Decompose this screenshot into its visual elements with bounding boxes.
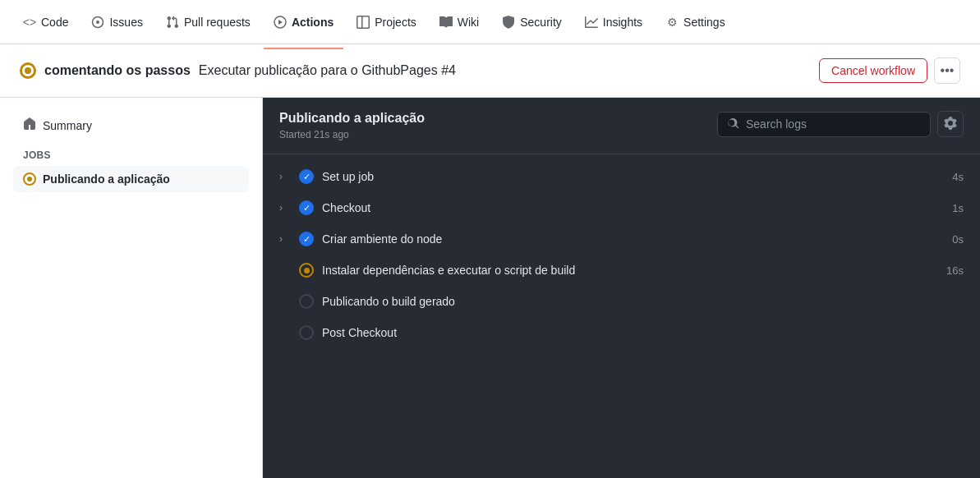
step-pending-icon [299, 294, 314, 309]
step-duration: 1s [952, 202, 964, 214]
svg-marker-3 [278, 20, 283, 25]
workflow-header: comentando os passos Executar publicação… [0, 44, 980, 98]
nav-pull-requests[interactable]: Pull requests [156, 9, 260, 35]
step-pending-icon [299, 325, 314, 340]
pull-request-icon [166, 16, 179, 29]
step-name: Criar ambiente do node [322, 232, 944, 246]
step-checkout[interactable]: › ✓ Checkout 1s [263, 192, 980, 223]
log-header: Publicando a aplicação Started 21s ago [263, 98, 980, 154]
header-actions: Cancel workflow ••• [819, 57, 960, 84]
gear-icon [944, 117, 957, 132]
nav-projects[interactable]: Projects [347, 9, 426, 35]
search-logs-input[interactable] [746, 117, 920, 131]
workflow-name: comentando os passos [44, 63, 191, 78]
nav-issues[interactable]: Issues [81, 9, 152, 35]
actions-icon [274, 16, 287, 29]
step-name: Instalar dependências e executar o scrip… [322, 264, 938, 277]
nav-code[interactable]: <> Code [13, 9, 78, 35]
job-name: Publicando a aplicação [43, 172, 170, 186]
nav-security[interactable]: Security [492, 9, 572, 35]
step-running-icon [299, 263, 314, 278]
step-criar-ambiente[interactable]: › ✓ Criar ambiente do node 0s [263, 223, 980, 255]
security-icon [502, 16, 515, 29]
nav-insights[interactable]: Insights [575, 9, 652, 35]
nav-settings[interactable]: ⚙ Settings [656, 9, 735, 35]
step-setup-job[interactable]: › ✓ Set up job 4s [263, 161, 980, 192]
log-panel: Publicando a aplicação Started 21s ago [263, 98, 980, 478]
log-started: Started 21s ago [279, 129, 425, 140]
job-item-publicando[interactable]: Publicando a aplicação [13, 166, 249, 192]
more-options-button[interactable]: ••• [934, 57, 960, 84]
log-header-right [717, 111, 964, 137]
ellipsis-icon: ••• [941, 63, 955, 78]
step-duration: 0s [952, 233, 964, 246]
step-name: Publicando o build gerado [322, 295, 955, 308]
nav-wiki[interactable]: Wiki [430, 9, 489, 35]
log-title-area: Publicando a aplicação Started 21s ago [279, 111, 425, 140]
step-name: Checkout [322, 201, 944, 214]
projects-icon [357, 16, 370, 29]
insights-icon [585, 16, 598, 29]
chevron-right-icon: › [279, 171, 291, 182]
settings-icon: ⚙ [665, 16, 679, 29]
step-publicando[interactable]: › Publicando o build gerado [263, 286, 980, 317]
nav-actions[interactable]: Actions [264, 9, 343, 35]
main-layout: Summary Jobs Publicando a aplicação Publ… [0, 98, 980, 478]
home-icon [23, 117, 36, 133]
log-settings-button[interactable] [937, 111, 964, 137]
summary-label: Summary [43, 119, 92, 132]
sidebar: Summary Jobs Publicando a aplicação [0, 98, 263, 478]
chevron-right-icon: › [279, 202, 291, 214]
top-nav: <> Code Issues Pull requests Actions Pro… [0, 0, 980, 44]
step-done-icon: ✓ [299, 200, 314, 215]
step-post-checkout[interactable]: › Post Checkout [263, 317, 980, 348]
search-icon [728, 117, 739, 131]
log-title: Publicando a aplicação [279, 111, 425, 126]
jobs-section-label: Jobs [23, 149, 249, 161]
chevron-right-icon: › [279, 233, 291, 245]
run-status-indicator [20, 62, 36, 79]
step-duration: 4s [952, 171, 964, 183]
sidebar-summary[interactable]: Summary [13, 111, 249, 140]
step-done-icon: ✓ [299, 169, 314, 184]
step-duration: 16s [946, 264, 964, 277]
steps-list: › ✓ Set up job 4s › ✓ Checkout 1s › ✓ Cr… [263, 154, 980, 355]
workflow-description: Executar publicação para o GithubPages #… [199, 63, 456, 78]
step-done-icon: ✓ [299, 232, 314, 246]
cancel-workflow-button[interactable]: Cancel workflow [819, 58, 927, 83]
job-running-icon [23, 172, 36, 186]
workflow-title-area: comentando os passos Executar publicação… [20, 62, 456, 79]
step-instalar[interactable]: › Instalar dependências e executar o scr… [263, 255, 980, 286]
step-name: Post Checkout [322, 326, 955, 339]
code-icon: <> [23, 16, 36, 29]
svg-point-1 [96, 21, 99, 24]
wiki-icon [439, 16, 453, 29]
step-name: Set up job [322, 170, 944, 183]
issues-icon [91, 16, 104, 29]
search-logs-container [717, 112, 931, 137]
